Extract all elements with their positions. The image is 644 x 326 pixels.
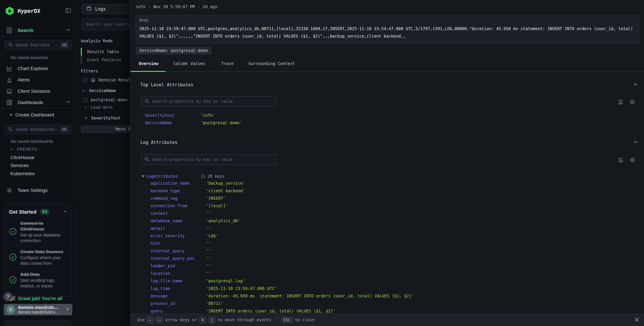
tab-trace[interactable]: Trace [222, 61, 234, 66]
load-more-button[interactable]: Load more [84, 105, 113, 110]
sidebar-collapse-icon[interactable] [65, 8, 71, 15]
sidebar-item-search[interactable]: Search [0, 26, 76, 35]
chevron-up-icon[interactable] [633, 82, 638, 88]
wrap-lines-icon[interactable] [616, 98, 624, 106]
preset-item-kubernetes[interactable]: Kubernetes [10, 171, 35, 176]
attribute-key[interactable]: detail [150, 226, 206, 231]
top-level-search-input[interactable] [152, 99, 274, 104]
gear-icon[interactable] [628, 156, 636, 164]
attribute-value[interactable] [206, 211, 211, 216]
help-button[interactable]: ? [4, 292, 12, 301]
attribute-value[interactable]: INSERT INTO orders (user_id, total) VALU… [206, 309, 336, 313]
sidebar-item-dashboards[interactable]: Dashboards [0, 98, 76, 107]
attribute-key[interactable]: message [150, 294, 206, 298]
create-dashboard-button[interactable]: + Create Dashboard [10, 112, 54, 118]
sidebar-item-chart-explorer[interactable]: Chart Explorer [0, 64, 76, 73]
attribute-value[interactable]: duration: 45.950 ms statement: INSERT IN… [206, 294, 414, 298]
chevron-up-icon[interactable] [63, 209, 67, 214]
tab-overview[interactable]: Overview [139, 61, 158, 66]
attribute-key[interactable]: leader_pid [150, 263, 206, 268]
attribute-key[interactable]: process_id [150, 301, 206, 306]
attribute-value[interactable] [206, 226, 211, 231]
presets-group[interactable]: PRESETS [10, 147, 37, 152]
filter-group-servicename[interactable]: ServiceName [82, 88, 116, 93]
attribute-key[interactable]: log.file.name [150, 279, 206, 283]
saved-searches-field[interactable] [16, 43, 58, 47]
denoise-checkbox[interactable] [83, 78, 88, 82]
attribute-key[interactable]: hint [150, 241, 206, 246]
filter-value-postgresql-demo[interactable]: postgresql-demo [83, 98, 128, 102]
tab-surrounding-context[interactable]: Surrounding Context [248, 61, 295, 66]
step-title: Add Data [20, 271, 66, 277]
attribute-key[interactable]: database_name [150, 218, 206, 223]
gear-icon[interactable] [628, 98, 636, 106]
attribute-value[interactable]: client backend [206, 189, 245, 193]
sidebar-item-client-sessions[interactable]: Client Sessions [0, 87, 76, 96]
attribute-value[interactable]: analytics_db [206, 218, 240, 223]
sidebar-item-label: Alerts [18, 77, 30, 83]
sidebar-item-team-settings[interactable]: Team Settings [0, 186, 76, 195]
service-checkbox[interactable] [83, 98, 88, 102]
attribute-value[interactable]: postgresql-demo [200, 121, 242, 125]
attribute-value[interactable] [206, 249, 211, 253]
attribute-value[interactable] [206, 263, 211, 268]
onboarding-step-add-data[interactable]: Add Data Start sending logs, metrics, or… [9, 271, 67, 289]
attribute-key[interactable]: SeverityText [145, 113, 200, 118]
attribute-key[interactable]: LogAttributes [146, 174, 201, 179]
attribute-value[interactable] [206, 271, 211, 276]
top-level-search-box[interactable] [142, 96, 277, 107]
footer-text: arrow keys or [165, 317, 197, 322]
chevron-up-icon[interactable] [66, 100, 71, 105]
log-attributes-search-input[interactable] [152, 157, 274, 162]
attribute-value[interactable]: INSERT [206, 196, 226, 201]
user-menu[interactable]: D dominic.tran@clic... dominic.tran@clic… [4, 304, 72, 315]
attribute-value[interactable]: backup_service [206, 181, 245, 186]
selected-indicator [81, 48, 82, 56]
attribute-key[interactable]: query [150, 309, 206, 313]
chevron-up-icon[interactable] [633, 139, 638, 146]
attribute-value[interactable]: LOG [206, 234, 218, 238]
denoise-results-filter[interactable]: Denoise Results [83, 78, 135, 82]
filter-group-severitytext[interactable]: SeverityText [84, 116, 120, 121]
onboarding-step-connect[interactable]: Connect to ClickHouse Set up your databa… [9, 220, 67, 243]
chevron-up-icon[interactable] [66, 28, 71, 33]
attribute-value[interactable]: postgresql.log [206, 279, 245, 283]
preset-item-clickhouse[interactable]: ClickHouse [10, 155, 34, 160]
attribute-value[interactable]: 2025-11-10 23:59:47.000 UTC [206, 286, 277, 291]
attribute-key[interactable]: location [150, 271, 206, 276]
attribute-key[interactable]: error_severity [150, 234, 206, 238]
saved-dashboards-input[interactable]: ⌘K [5, 125, 72, 134]
preset-item-services[interactable]: Services [10, 163, 28, 168]
onboarding-step-sources[interactable]: Create Data Sources Configure where your… [9, 249, 67, 266]
attribute-value[interactable] [206, 241, 211, 246]
saved-dashboards-field[interactable] [16, 127, 58, 132]
attribute-key[interactable]: internal_query [150, 249, 206, 253]
attribute-key[interactable]: connection_from [150, 203, 206, 208]
attribute-value[interactable]: info [200, 113, 215, 118]
sidebar-item-alerts[interactable]: Alerts [0, 75, 76, 85]
key-count: 28 keys [208, 174, 224, 179]
kbd-esc: ESC [281, 317, 293, 323]
log-attributes-root-row[interactable]: LogAttributes {} 28 keys [142, 173, 224, 180]
service-name-tag[interactable]: ServiceName: postgresql-demo [136, 47, 212, 55]
attribute-value[interactable] [206, 256, 211, 261]
chevron-down-icon [82, 89, 86, 93]
attribute-key[interactable]: application_name [150, 181, 206, 186]
attribute-key[interactable]: ServiceName [145, 121, 200, 125]
attribute-value[interactable]: [local] [206, 203, 228, 208]
attribute-key[interactable]: log_time [150, 286, 206, 291]
log-body-box[interactable]: Body 2025-11-10 23:59:47.000 UTC,postgre… [136, 15, 639, 44]
dot-separator: · [198, 5, 200, 9]
close-icon[interactable] [633, 316, 640, 323]
get-started-header[interactable]: Get Started 3/3 [9, 209, 67, 215]
attribute-value[interactable]: 88711 [206, 301, 223, 306]
log-attributes-search-box[interactable] [142, 154, 277, 165]
bottom-clipped-card[interactable] [5, 320, 72, 326]
attribute-key[interactable]: internal_query_pos [150, 256, 206, 261]
wrap-lines-icon[interactable] [616, 156, 624, 164]
attribute-key[interactable]: command_tag [150, 196, 206, 201]
saved-searches-input[interactable]: ⌘K [5, 40, 72, 50]
tab-column-values[interactable]: Column Values [173, 61, 205, 66]
attribute-key[interactable]: backend_type [150, 189, 206, 193]
attribute-key[interactable]: context [150, 211, 206, 216]
